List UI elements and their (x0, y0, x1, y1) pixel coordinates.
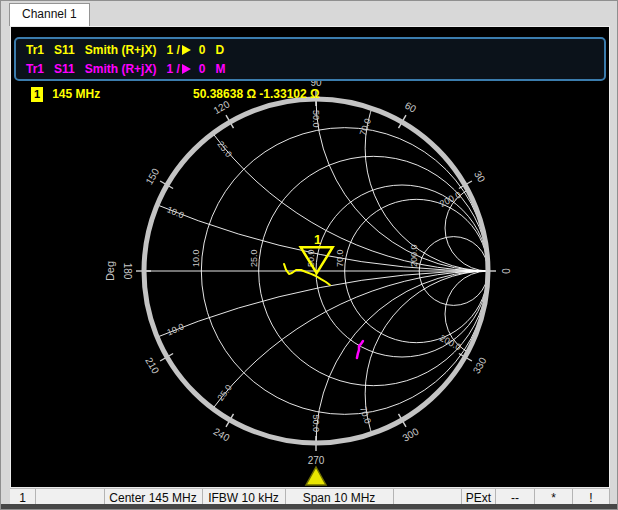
degree-label-0: 0 (500, 268, 511, 274)
trace-info-box[interactable]: Tr1S11Smith (R+jX)1 /0D Tr1S11Smith (R+j… (14, 37, 606, 81)
trace-legend-tr1-data[interactable]: Tr1S11Smith (R+jX)1 /0D (26, 41, 594, 60)
degree-label-240: 240 (212, 426, 232, 444)
angle-unit-label: Deg (104, 261, 116, 281)
grid-label-x--10: 10.0 (165, 322, 185, 338)
trace-reference: 0 (199, 62, 206, 76)
trace-format: Smith (R+jX) (85, 62, 157, 76)
marker-readout: 1145 MHz 50.38638 Ω -1.33102 Ω (31, 87, 100, 103)
channel-tab-bar: Channel 1 (1, 1, 617, 26)
tab-channel-1[interactable]: Channel 1 (9, 3, 90, 26)
grid-label-r-70: 70.0 (335, 249, 345, 267)
trace-mode: M (215, 62, 225, 76)
trace-scale: 1 / (166, 62, 179, 76)
vna-window: Channel 1 030609012015018021024027030033… (0, 0, 618, 510)
trace-parameter: S11 (54, 62, 75, 76)
marker-1-label: 1 (314, 232, 321, 247)
grid-label-x--50: 50.0 (311, 414, 321, 432)
grid-label-r-25: 25.0 (249, 249, 259, 267)
grid-label-r-10: 10.0 (191, 249, 201, 267)
window-bottom-edge (1, 504, 617, 509)
degree-label-30: 30 (472, 169, 487, 185)
marker-number-badge: 1 (31, 87, 43, 102)
trace-reference: 0 (199, 43, 206, 57)
scale-triangle-icon (182, 45, 191, 55)
marker-impedance-value: 50.38638 Ω -1.33102 Ω (193, 87, 320, 101)
marker-frequency: 145 MHz (52, 87, 100, 101)
diagram-area: 0306090120150180210240270300330Deg10.025… (10, 26, 610, 488)
degree-label-180: 180 (122, 263, 133, 280)
trace-name: Tr1 (26, 43, 44, 57)
stimulus-marker-triangle-icon[interactable] (306, 467, 326, 485)
trace-name: Tr1 (26, 62, 44, 76)
grid-label-x--70: 70.0 (358, 405, 373, 425)
trace-scale: 1 / (166, 43, 179, 57)
grid-label-r-200: 200.0 (409, 244, 419, 267)
degree-label-330: 330 (471, 355, 489, 375)
grid-label-x-+70: 70.0 (358, 117, 373, 137)
trace-format: Smith (R+jX) (85, 43, 157, 57)
degree-label-210: 210 (143, 356, 161, 376)
tab-label: Channel 1 (22, 7, 77, 21)
scale-triangle-icon (182, 64, 191, 74)
trace-parameter: S11 (54, 43, 75, 57)
grid-label-x-+10: 10.0 (165, 204, 185, 220)
trace-tr1-memory-curve[interactable] (357, 341, 363, 358)
trace-mode: D (215, 43, 224, 57)
degree-label-150: 150 (143, 166, 161, 186)
trace-legend-tr1-memory[interactable]: Tr1S11Smith (R+jX)1 /0M (26, 60, 594, 79)
grid-label-x-+50: 50.0 (311, 110, 321, 128)
degree-label-270: 270 (308, 455, 325, 466)
degree-label-300: 300 (401, 426, 421, 444)
degree-label-60: 60 (403, 100, 419, 115)
